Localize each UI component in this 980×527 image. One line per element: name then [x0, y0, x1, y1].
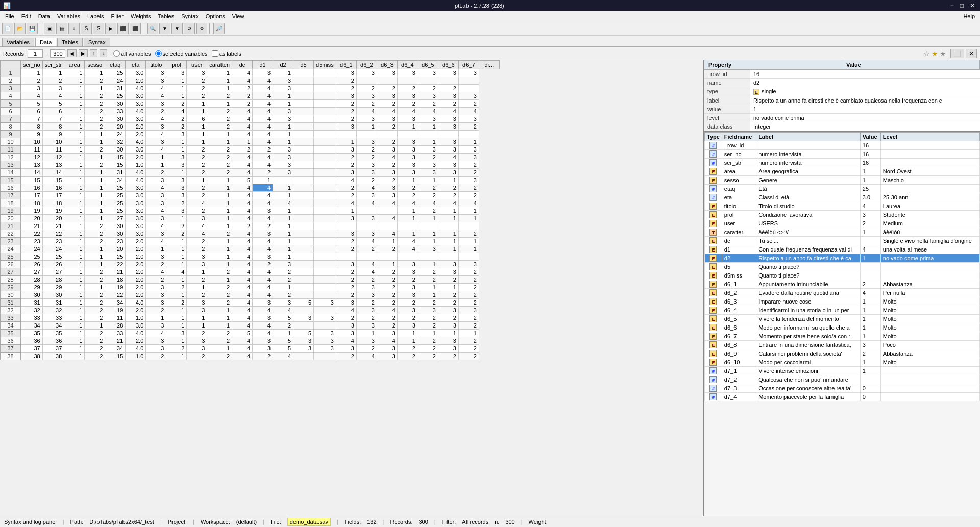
radio-selected[interactable]: selected variables — [155, 50, 208, 57]
table-cell[interactable]: 1 — [207, 177, 232, 184]
table-cell[interactable]: 3 — [458, 92, 479, 100]
table-cell[interactable] — [336, 131, 356, 138]
table-cell[interactable]: 1 — [273, 92, 293, 100]
minimize-button[interactable]: − — [948, 2, 956, 9]
records-prev[interactable]: ◀ — [67, 49, 77, 57]
table-cell[interactable]: 37 — [42, 345, 64, 353]
toolbar-btn-2[interactable]: ▤ — [56, 23, 67, 34]
table-cell[interactable]: 2.0 — [126, 154, 146, 161]
table-cell[interactable]: 2 — [232, 146, 253, 154]
table-cell[interactable] — [314, 268, 336, 276]
menu-item-variables[interactable]: Variables — [54, 12, 83, 20]
table-cell[interactable]: 1 — [418, 215, 438, 222]
table-cell[interactable]: 25 — [21, 253, 43, 261]
var-table-row[interactable]: Ed2Rispetto a un anno fa diresti che è c… — [705, 254, 980, 263]
table-cell[interactable]: 4 — [253, 291, 273, 299]
table-row[interactable]: 16161611253.043214412432222 — [1, 184, 500, 192]
table-cell[interactable]: 3 — [146, 322, 166, 330]
variable-table-container[interactable]: Type Fieldname Label Value Level #_row_i… — [704, 132, 980, 516]
var-table-row[interactable]: #ser_strnumero intervista16 — [705, 159, 980, 167]
table-cell[interactable]: 2 — [377, 284, 397, 291]
col-header-dc[interactable]: dc — [232, 61, 253, 69]
table-cell[interactable]: 2 — [166, 123, 187, 131]
table-cell[interactable]: 1 — [64, 245, 85, 253]
table-cell[interactable]: 2 — [207, 92, 232, 100]
table-cell[interactable]: 2 — [458, 291, 479, 299]
table-cell[interactable]: 38 — [21, 353, 43, 360]
table-cell[interactable]: 3 — [377, 192, 397, 199]
table-cell[interactable]: 2 — [458, 353, 479, 360]
table-cell[interactable]: 26 — [42, 261, 64, 268]
table-cell[interactable]: 2 — [336, 238, 356, 245]
table-cell[interactable] — [397, 77, 418, 85]
table-cell[interactable]: 20 — [42, 215, 64, 222]
table-cell[interactable]: 4 — [232, 322, 253, 330]
table-cell[interactable]: 2 — [166, 199, 187, 207]
table-cell[interactable]: 4 — [21, 92, 43, 100]
table-cell[interactable]: 3 — [438, 146, 458, 154]
table-cell[interactable] — [293, 222, 314, 230]
table-cell[interactable]: 3 — [356, 69, 377, 77]
table-cell[interactable]: 1 — [166, 261, 187, 268]
table-cell[interactable]: 4 — [232, 276, 253, 284]
table-cell[interactable]: 2 — [207, 330, 232, 337]
table-cell[interactable]: 3 — [273, 154, 293, 161]
table-cell[interactable]: 1 — [377, 238, 397, 245]
table-row[interactable]: 88812202.032124413121132 — [1, 123, 500, 131]
table-cell[interactable]: 3 — [146, 345, 166, 353]
table-cell[interactable]: 6 — [187, 115, 207, 123]
table-cell[interactable]: 4 — [232, 199, 253, 207]
table-cell[interactable]: 2 — [207, 291, 232, 299]
table-cell[interactable]: 1 — [438, 230, 458, 238]
table-cell[interactable]: 25 — [105, 69, 126, 77]
records-delete-btn[interactable]: ✕ — [966, 49, 977, 58]
table-cell[interactable]: 2 — [377, 276, 397, 284]
table-cell[interactable]: 4 — [232, 215, 253, 222]
table-cell[interactable]: 25 — [105, 192, 126, 199]
table-cell[interactable]: 1 — [85, 261, 105, 268]
table-cell[interactable]: 1 — [187, 138, 207, 146]
table-cell[interactable]: 1 — [166, 215, 187, 222]
table-cell[interactable] — [293, 322, 314, 330]
table-cell[interactable]: 4 — [336, 337, 356, 345]
maximize-button[interactable]: □ — [958, 2, 966, 9]
table-cell[interactable]: 4 — [232, 253, 253, 261]
table-cell[interactable]: 1 — [64, 345, 85, 353]
table-cell[interactable]: 3.0 — [126, 322, 146, 330]
table-row[interactable]: 33333312111.01111435332222222 — [1, 314, 500, 322]
table-cell[interactable]: 1 — [187, 268, 207, 276]
table-cell[interactable]: 2 — [356, 299, 377, 307]
table-cell[interactable]: 2 — [336, 284, 356, 291]
table-cell[interactable]: 4 — [146, 330, 166, 337]
table-cell[interactable]: 2 — [207, 169, 232, 177]
table-cell[interactable] — [293, 85, 314, 92]
table-cell[interactable]: 2 — [146, 261, 166, 268]
table-cell[interactable]: 16 — [42, 184, 64, 192]
table-cell[interactable] — [314, 100, 336, 108]
table-cell[interactable]: 4 — [232, 314, 253, 322]
table-cell[interactable]: 4 — [418, 108, 438, 115]
table-cell[interactable]: 1 — [64, 131, 85, 138]
table-cell[interactable]: 34 — [105, 177, 126, 184]
toolbar-btn-9[interactable]: ↺ — [184, 23, 195, 34]
table-cell[interactable]: 2 — [166, 299, 187, 307]
table-cell[interactable]: 2 — [85, 77, 105, 85]
table-row[interactable]: 11111253.033314313333333 — [1, 69, 500, 77]
col-header-d6-1[interactable]: d6_1 — [336, 61, 356, 69]
table-cell[interactable]: 2 — [336, 154, 356, 161]
table-cell[interactable]: 3 — [356, 322, 377, 330]
table-cell[interactable]: 2 — [377, 268, 397, 276]
table-cell[interactable]: 2 — [438, 353, 458, 360]
table-cell[interactable]: 30 — [21, 291, 43, 299]
table-cell[interactable]: 3.0 — [126, 192, 146, 199]
table-cell[interactable]: 3 — [438, 268, 458, 276]
var-table-row[interactable]: EuserUSERS2Medium — [705, 219, 980, 228]
table-cell[interactable]: 22 — [42, 230, 64, 238]
table-cell[interactable]: 1 — [207, 85, 232, 92]
table-cell[interactable]: 1 — [187, 177, 207, 184]
table-cell[interactable]: 1 — [64, 268, 85, 276]
table-cell[interactable]: 2.0 — [126, 245, 146, 253]
table-cell[interactable]: 3 — [146, 284, 166, 291]
table-cell[interactable]: 4 — [232, 169, 253, 177]
table-cell[interactable]: 1 — [253, 177, 273, 184]
